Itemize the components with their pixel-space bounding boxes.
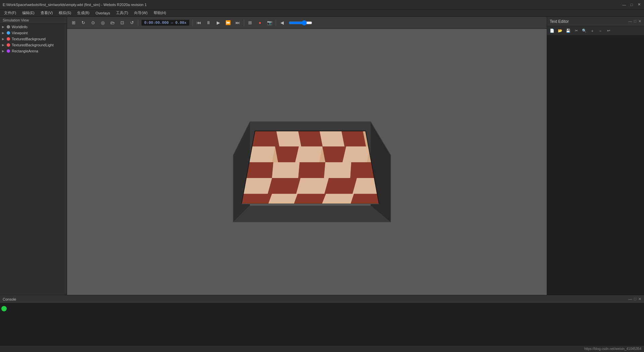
- view-reset-button[interactable]: ⊞: [69, 18, 78, 27]
- back-button[interactable]: ◀: [278, 18, 286, 27]
- sidebar-item-rectanglearena[interactable]: ▶ RectangleArena: [0, 48, 67, 54]
- console-maximize-button[interactable]: □: [634, 297, 636, 301]
- status-url: https://blog.csdn.net/weixin_41045354: [584, 347, 641, 351]
- step-back-button[interactable]: ⏮: [195, 18, 203, 27]
- record-button[interactable]: ●: [256, 18, 264, 27]
- menu-simulate[interactable]: 模拟(S): [56, 10, 74, 16]
- main-layout: Simulation View ▶ WorldInfo ▶ Viewpoint …: [0, 17, 644, 352]
- window-title: E:\WorkSpace\webots\first_sim\worlds\emp…: [3, 3, 147, 7]
- console-content[interactable]: [0, 303, 644, 345]
- time-display: 0:00:00.000 — 0.00x: [141, 19, 190, 26]
- svg-marker-22: [295, 146, 322, 162]
- te-search-button[interactable]: 🔍: [581, 27, 588, 35]
- target-button[interactable]: ◎: [98, 18, 107, 27]
- menu-bar: 文件(F) 编辑(E) 查看(V) 模拟(S) 生成(B) Overlays 工…: [0, 9, 644, 17]
- te-close-button[interactable]: ✕: [638, 19, 641, 24]
- te-undo-button[interactable]: ↩: [605, 27, 612, 35]
- pause-button[interactable]: ⏸: [204, 18, 213, 27]
- sidebar-item-texturedbg[interactable]: ▶ TexturedBackground: [0, 36, 67, 42]
- console-title: Console: [3, 297, 16, 301]
- toolbar-separator-3: [244, 19, 244, 26]
- status-bar: https://blog.csdn.net/weixin_41045354: [0, 345, 644, 352]
- te-zoom-out-button[interactable]: −: [597, 27, 604, 35]
- svg-marker-20: [320, 131, 344, 146]
- menu-view[interactable]: 查看(V): [38, 10, 56, 16]
- screenshot-button[interactable]: 📷: [265, 18, 274, 27]
- sidebar: Simulation View ▶ WorldInfo ▶ Viewpoint …: [0, 17, 67, 295]
- menu-file[interactable]: 文件(F): [1, 10, 19, 16]
- te-new-button[interactable]: 📄: [548, 27, 556, 35]
- console-close-button[interactable]: ✕: [638, 297, 641, 301]
- rectanglearena-dot: [7, 49, 10, 53]
- te-cut-button[interactable]: ✂: [573, 27, 580, 35]
- worldinfo-label: WorldInfo: [12, 25, 28, 29]
- menu-wizard[interactable]: 向导(W): [131, 10, 150, 16]
- menu-build[interactable]: 生成(B): [74, 10, 92, 16]
- menu-tools[interactable]: 工具(T): [113, 10, 131, 16]
- text-editor-content[interactable]: [547, 36, 644, 295]
- svg-marker-16: [240, 194, 272, 204]
- texturedbglight-dot: [7, 43, 10, 47]
- svg-marker-2: [371, 122, 391, 222]
- text-editor-panel: Text Editor — □ ✕ 📄 📂 💾 ✂ 🔍 + − ↩: [547, 17, 644, 295]
- simulation-view-label: Simulation View: [0, 17, 67, 24]
- text-editor-titlebar: Text Editor — □ ✕: [547, 17, 644, 26]
- te-save-button[interactable]: 💾: [565, 27, 572, 35]
- console-status-dot: [1, 306, 7, 311]
- toolbar-separator: [138, 19, 138, 26]
- menu-help[interactable]: 帮助(H): [151, 10, 169, 16]
- svg-marker-19: [276, 131, 301, 146]
- sidebar-item-viewpoint[interactable]: ▶ Viewpoint: [0, 30, 67, 36]
- checkerboard-svg: [206, 101, 408, 229]
- te-minimize-button[interactable]: —: [628, 19, 632, 24]
- svg-marker-15: [324, 178, 357, 194]
- text-editor-title: Text Editor: [550, 19, 569, 24]
- grid-button[interactable]: ⊞: [246, 18, 255, 27]
- svg-marker-24: [272, 162, 300, 178]
- te-open-button[interactable]: 📂: [556, 27, 564, 35]
- viewpoint-dot: [7, 31, 10, 35]
- expand-arrow: ▶: [2, 31, 6, 35]
- close-button[interactable]: ✕: [637, 2, 641, 7]
- minimize-button[interactable]: —: [622, 2, 627, 7]
- svg-marker-6: [251, 131, 279, 146]
- center-button[interactable]: ⊙: [89, 18, 97, 27]
- toolbar-separator-4: [276, 19, 276, 26]
- console-section: Console — □ ✕ https://blog.csdn.net/weix…: [0, 295, 644, 352]
- expand-arrow: ▶: [2, 43, 6, 47]
- te-zoom-in-button[interactable]: +: [589, 27, 596, 35]
- menu-overlays[interactable]: Overlays: [93, 10, 113, 16]
- play-button[interactable]: ▶: [214, 18, 223, 27]
- svg-marker-17: [294, 194, 326, 204]
- svg-marker-14: [268, 178, 301, 194]
- window-controls: — □ ✕: [622, 2, 641, 7]
- sidebar-item-texturedbglight[interactable]: ▶ TexturedBackgroundLight: [0, 42, 67, 48]
- title-bar: E:\WorkSpace\webots\first_sim\worlds\emp…: [0, 0, 644, 9]
- 3d-canvas[interactable]: [67, 29, 547, 295]
- text-editor-toolbar: 📄 📂 💾 ✂ 🔍 + − ↩: [547, 26, 644, 36]
- svg-marker-3: [233, 206, 391, 222]
- console-titlebar: Console — □ ✕: [0, 295, 644, 303]
- console-minimize-button[interactable]: —: [628, 297, 632, 301]
- maximize-button[interactable]: □: [629, 2, 634, 7]
- fast-forward-button[interactable]: ⏩: [224, 18, 232, 27]
- simulation-view[interactable]: ⊞ ↻ ⊙ ◎ 🗁 ⊡ ↺ 0:00:00.000 — 0.00x ⏮ ⏸ ▶ …: [67, 17, 547, 295]
- menu-edit[interactable]: 编辑(E): [19, 10, 37, 16]
- simulation-toolbar: ⊞ ↻ ⊙ ◎ 🗁 ⊡ ↺ 0:00:00.000 — 0.00x ⏮ ⏸ ▶ …: [67, 17, 547, 29]
- texturedbglight-label: TexturedBackgroundLight: [12, 43, 54, 47]
- refresh-button[interactable]: ↺: [127, 18, 136, 27]
- volume-slider[interactable]: [289, 20, 312, 26]
- sidebar-item-worldinfo[interactable]: ▶ WorldInfo: [0, 24, 67, 30]
- svg-marker-25: [324, 162, 351, 178]
- toolbar-separator-2: [193, 19, 193, 26]
- svg-marker-29: [268, 194, 298, 204]
- console-controls: — □ ✕: [628, 297, 641, 301]
- box-button[interactable]: ⊡: [118, 18, 126, 27]
- step-forward-button[interactable]: ⏭: [233, 18, 242, 27]
- rectanglearena-label: RectangleArena: [12, 49, 38, 53]
- expand-arrow: ▶: [2, 37, 6, 41]
- rotate-button[interactable]: ↻: [79, 18, 88, 27]
- open-button[interactable]: 🗁: [108, 18, 117, 27]
- expand-arrow: ▶: [2, 49, 6, 53]
- te-maximize-button[interactable]: □: [634, 19, 636, 24]
